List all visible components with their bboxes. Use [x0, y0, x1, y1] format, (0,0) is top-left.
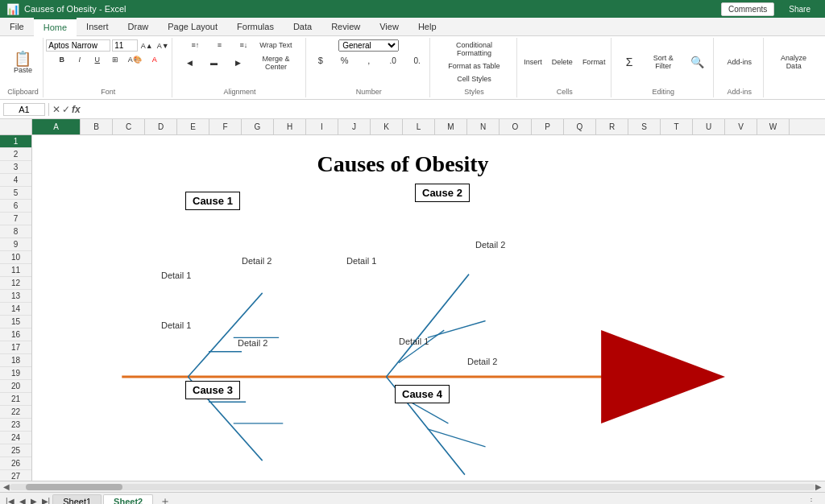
col-header-C[interactable]: C	[113, 119, 145, 134]
currency-btn[interactable]: $	[309, 54, 332, 67]
tab-nav-prev[interactable]: ◀	[17, 497, 28, 504]
ribbon-tab-file[interactable]: File	[0, 18, 34, 35]
row-header-3[interactable]: 3	[0, 161, 31, 174]
col-header-I[interactable]: I	[306, 119, 338, 134]
underline-btn[interactable]: U	[89, 54, 106, 65]
sheet-tab-sheet1[interactable]: Sheet1	[52, 494, 102, 504]
col-header-G[interactable]: G	[242, 119, 274, 134]
number-format-select[interactable]: General	[338, 39, 399, 52]
comma-btn[interactable]: ,	[358, 54, 380, 67]
sheet-options-icon[interactable]: ⋮	[807, 497, 815, 504]
col-header-P[interactable]: P	[532, 119, 564, 134]
bold-btn[interactable]: B	[54, 54, 70, 65]
ribbon-tab-formulas[interactable]: Formulas	[227, 18, 284, 35]
row-header-1[interactable]: 1	[0, 135, 31, 148]
col-header-W[interactable]: W	[757, 119, 790, 134]
ribbon-tab-view[interactable]: View	[370, 18, 408, 35]
align-middle-btn[interactable]: ≡	[208, 39, 230, 51]
row-header-10[interactable]: 10	[0, 251, 31, 264]
row-header-18[interactable]: 18	[0, 354, 31, 367]
align-top-btn[interactable]: ≡↑	[184, 39, 206, 51]
row-header-12[interactable]: 12	[0, 277, 31, 290]
horizontal-scrollbar[interactable]: ◀ ▶	[0, 481, 825, 492]
percent-btn[interactable]: %	[334, 54, 356, 67]
row-header-2[interactable]: 2	[0, 148, 31, 161]
fill-color-btn[interactable]: A🎨	[125, 54, 145, 65]
align-left-btn[interactable]: ◀	[179, 57, 201, 68]
ribbon-tab-home[interactable]: Home	[34, 18, 77, 36]
row-header-19[interactable]: 19	[0, 367, 31, 380]
ribbon-tab-data[interactable]: Data	[284, 18, 321, 35]
row-header-16[interactable]: 16	[0, 328, 31, 341]
ribbon-tab-draw[interactable]: Draw	[118, 18, 159, 35]
align-bottom-btn[interactable]: ≡↓	[232, 39, 255, 51]
decimal-dec-btn[interactable]: 0.	[406, 55, 429, 67]
row-header-5[interactable]: 5	[0, 187, 31, 200]
comments-button[interactable]: Comments	[721, 2, 774, 16]
tab-nav-next[interactable]: ▶	[28, 497, 39, 504]
col-header-H[interactable]: H	[274, 119, 306, 134]
merge-center-btn[interactable]: Merge & Center	[251, 53, 301, 72]
row-header-4[interactable]: 4	[0, 174, 31, 187]
ribbon-tab-help[interactable]: Help	[408, 18, 446, 35]
row-header-8[interactable]: 8	[0, 225, 31, 238]
conditional-format-btn[interactable]: Conditional Formatting	[437, 39, 512, 59]
formula-input[interactable]	[84, 104, 822, 115]
tab-nav-first[interactable]: |◀	[3, 497, 17, 504]
ribbon-tab-page-layout[interactable]: Page Layout	[158, 18, 227, 35]
cancel-formula-icon[interactable]: ✕	[52, 104, 60, 115]
italic-btn[interactable]: I	[72, 54, 88, 65]
col-header-V[interactable]: V	[725, 119, 757, 134]
analyze-data-btn[interactable]: Analyze Data	[770, 52, 817, 72]
col-header-A[interactable]: A	[32, 119, 81, 134]
row-header-6[interactable]: 6	[0, 200, 31, 213]
row-header-26[interactable]: 26	[0, 457, 31, 470]
sort-filter-btn[interactable]: Sort & Filter	[644, 52, 682, 72]
col-header-Q[interactable]: Q	[564, 119, 596, 134]
col-header-E[interactable]: E	[177, 119, 209, 134]
row-header-21[interactable]: 21	[0, 393, 31, 406]
scroll-left-btn[interactable]: ◀	[3, 482, 10, 491]
delete-btn[interactable]: Delete	[549, 56, 576, 68]
col-header-O[interactable]: O	[500, 119, 532, 134]
font-family-input[interactable]	[46, 39, 110, 52]
row-header-11[interactable]: 11	[0, 264, 31, 277]
col-header-N[interactable]: N	[467, 119, 500, 134]
font-size-input[interactable]	[112, 39, 138, 52]
col-header-R[interactable]: R	[596, 119, 628, 134]
row-header-15[interactable]: 15	[0, 316, 31, 328]
format-btn[interactable]: Format	[579, 56, 609, 68]
col-header-U[interactable]: U	[693, 119, 725, 134]
border-btn[interactable]: ⊞	[107, 54, 123, 65]
scroll-right-btn[interactable]: ▶	[815, 482, 822, 491]
font-decrease-btn[interactable]: A▼	[155, 41, 170, 51]
select-all-corner[interactable]	[0, 119, 32, 134]
col-header-B[interactable]: B	[81, 119, 113, 134]
col-header-J[interactable]: J	[338, 119, 371, 134]
cell-name-box[interactable]	[3, 103, 45, 116]
wrap-text-btn[interactable]: Wrap Text	[256, 39, 295, 51]
col-header-L[interactable]: L	[403, 119, 435, 134]
align-center-btn[interactable]: ▬	[203, 57, 226, 68]
row-header-14[interactable]: 14	[0, 303, 31, 316]
col-header-F[interactable]: F	[209, 119, 242, 134]
col-header-D[interactable]: D	[145, 119, 177, 134]
ribbon-tab-review[interactable]: Review	[321, 18, 370, 35]
add-sheet-button[interactable]: ＋	[155, 494, 176, 505]
row-header-23[interactable]: 23	[0, 419, 31, 432]
share-button[interactable]: Share	[781, 2, 819, 16]
decimal-inc-btn[interactable]: .0	[382, 55, 404, 67]
row-header-9[interactable]: 9	[0, 238, 31, 251]
col-header-M[interactable]: M	[435, 119, 467, 134]
row-header-17[interactable]: 17	[0, 341, 31, 354]
tab-nav-last[interactable]: ▶|	[39, 497, 53, 504]
row-header-27[interactable]: 27	[0, 470, 31, 481]
col-header-S[interactable]: S	[628, 119, 661, 134]
row-header-22[interactable]: 22	[0, 406, 31, 419]
scroll-thumb[interactable]	[26, 484, 122, 490]
font-increase-btn[interactable]: A▲	[139, 41, 154, 51]
row-header-25[interactable]: 25	[0, 444, 31, 457]
row-header-7[interactable]: 7	[0, 213, 31, 225]
cell-styles-btn[interactable]: Cell Styles	[454, 73, 495, 85]
row-header-20[interactable]: 20	[0, 380, 31, 393]
